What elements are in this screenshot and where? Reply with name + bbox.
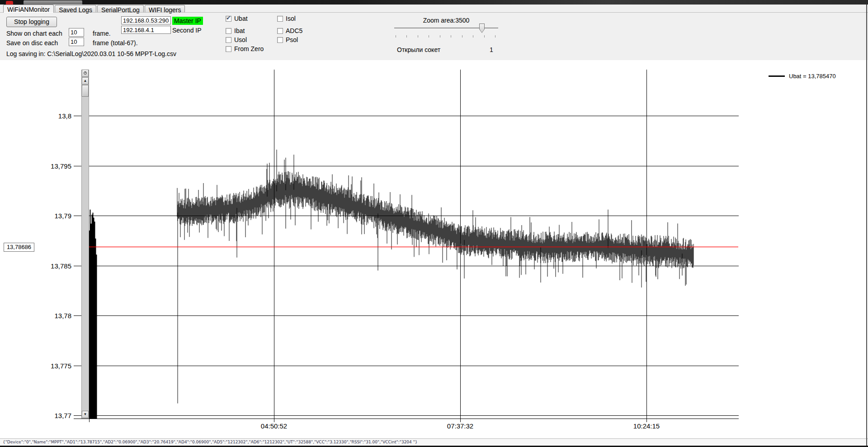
second-ip-label: Second IP (172, 27, 202, 34)
slider-tick (429, 35, 429, 38)
socket-status-value: 1 (490, 46, 493, 53)
show-on-chart-suffix: frame. (93, 30, 111, 37)
checkbox-label: Ubat (234, 15, 248, 22)
show-on-chart-input[interactable] (69, 28, 84, 37)
y-tick-label: 13,795 (51, 162, 71, 170)
checkbox-row-adc5[interactable]: ADC5 (277, 27, 302, 34)
scrollbar-down-button[interactable]: ▼ (82, 411, 89, 418)
checkbox-icon[interactable] (226, 28, 231, 34)
arrow-down-icon: ▼ (84, 412, 87, 416)
show-on-chart-label: Show on chart each (6, 30, 62, 37)
socket-status-label: Открыли сокет (397, 46, 440, 53)
checkbox-label: ADC5 (286, 27, 302, 34)
checkbox-row-psol[interactable]: Psol (277, 36, 298, 43)
series-left-spikes (90, 210, 97, 419)
checkbox-row-from-zero[interactable]: From Zero (226, 45, 264, 52)
save-on-disc-suffix: frame (total-67). (93, 39, 138, 47)
checkbox-row-isol[interactable]: Isol (277, 15, 296, 22)
stop-logging-button[interactable]: Stop logging (6, 17, 57, 27)
checkbox-label: Isol (286, 15, 296, 22)
x-tick-label: 07:37:32 (447, 422, 473, 430)
slider-tick (406, 35, 407, 38)
y-tick-label: 13,78 (54, 312, 71, 320)
chart-legend: Ubat = 13,785470 (769, 73, 836, 80)
checkbox-label: Usol (234, 36, 247, 43)
chart-plot[interactable]: 13,813,79513,7913,78513,7813,77513,7704:… (0, 0, 868, 447)
second-ip-input[interactable] (121, 26, 171, 34)
x-tick-label: 10:24:15 (633, 422, 660, 430)
slider-tick (462, 35, 462, 38)
slider-tick (484, 35, 485, 38)
reference-value-box: 13,78686 (4, 243, 34, 252)
slider-tick (451, 35, 451, 38)
checkbox-icon[interactable] (277, 28, 283, 34)
app-window: WiFiANMonitorSaved LogsSerialPortLogWIFI… (0, 0, 868, 447)
checkbox-icon[interactable] (226, 37, 231, 43)
scrollbar-thumb[interactable] (82, 85, 89, 97)
x-tick-label: 04:50:52 (261, 422, 287, 430)
slider-tick (418, 35, 418, 38)
checkbox-icon[interactable] (277, 16, 283, 22)
log-path-label: Log saving in: C:\SerialLog\2020.03.01 1… (6, 50, 176, 57)
master-ip-input[interactable] (121, 16, 171, 24)
zoom-area-label: Zoom area:3500 (394, 17, 498, 24)
checkbox-row-ubat[interactable]: ✔Ubat (226, 15, 248, 22)
chart-scrollbar[interactable]: ▲ ▼ (81, 70, 89, 419)
checkbox-checked-icon[interactable]: ✔ (226, 16, 231, 22)
arrow-up-icon: ▲ (84, 79, 87, 83)
legend-entry: Ubat = 13,785470 (789, 73, 836, 80)
legend-line-sample (769, 75, 785, 77)
slider-tick (473, 35, 473, 38)
y-tick-label: 13,77 (54, 412, 71, 419)
y-tick-label: 13,785 (51, 262, 71, 270)
slider-tick (396, 35, 396, 38)
status-bar: {"Device":"0","Name":"MPPT","AD1":"13.78… (0, 438, 868, 446)
slider-tick (495, 35, 495, 38)
checkbox-label: Psol (286, 36, 298, 43)
checkbox-icon[interactable] (226, 46, 231, 52)
save-on-disc-input[interactable] (69, 38, 84, 46)
scrollbar-zoom-button[interactable] (82, 70, 89, 77)
target-icon (84, 71, 87, 75)
chart-background (0, 60, 868, 438)
master-ip-label: Master IP (172, 17, 203, 25)
checkbox-label: From Zero (234, 45, 264, 52)
window-right-border (866, 5, 867, 446)
slider-tick (440, 35, 440, 38)
checkbox-label: Ibat (234, 27, 245, 34)
y-tick-label: 13,8 (58, 112, 71, 120)
save-on-disc-label: Save on disc each (6, 39, 58, 47)
tab-wifianmonitor[interactable]: WiFiANMonitor (3, 5, 54, 13)
y-tick-label: 13,775 (51, 362, 71, 370)
y-tick-label: 13,79 (54, 212, 71, 220)
scrollbar-up-button[interactable]: ▲ (82, 77, 89, 85)
checkbox-row-ibat[interactable]: Ibat (226, 27, 245, 34)
checkbox-row-usol[interactable]: Usol (226, 36, 247, 43)
checkbox-icon[interactable] (277, 37, 283, 43)
